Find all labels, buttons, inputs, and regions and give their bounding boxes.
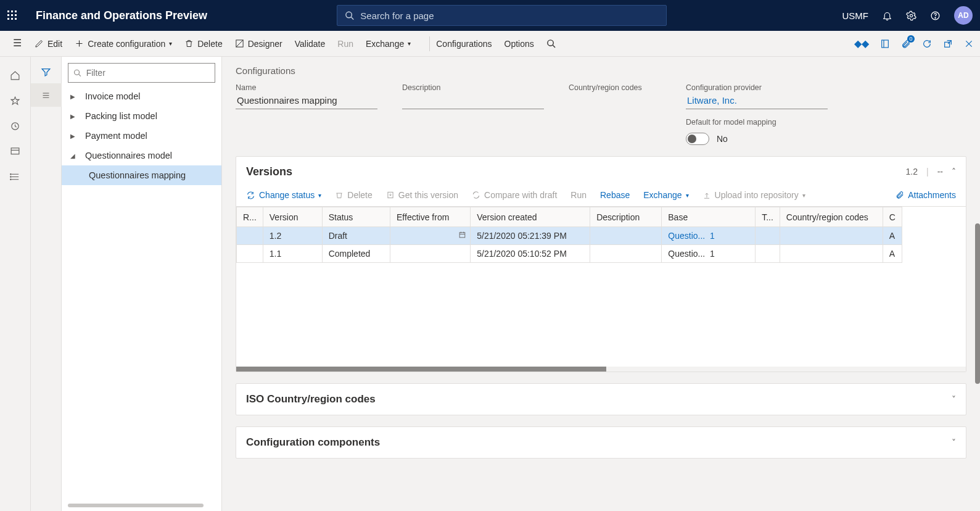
col-status[interactable]: Status xyxy=(322,207,390,227)
name-value[interactable]: Questionnaires mapping xyxy=(236,94,377,109)
grid-hscroll[interactable] xyxy=(236,367,966,372)
left-rail xyxy=(0,57,31,511)
svg-point-24 xyxy=(75,70,80,75)
nav-filter-panel xyxy=(31,57,62,511)
versions-toolbar: Change status ▾ Delete Get this version … xyxy=(236,186,966,206)
create-configuration-button[interactable]: Create configuration ▾ xyxy=(75,39,172,49)
search-input[interactable] xyxy=(360,10,659,21)
tree-item-payment-model[interactable]: ▶ Payment model xyxy=(62,126,221,146)
version-exchange-button[interactable]: Exchange▾ xyxy=(643,190,688,200)
default-mapping-value: No xyxy=(717,134,728,144)
iso-section[interactable]: ISO Country/region codes ˅ xyxy=(236,383,966,415)
svg-rect-5 xyxy=(15,14,17,16)
star-icon[interactable] xyxy=(10,96,20,106)
caret-right-icon: ▶ xyxy=(70,113,79,120)
tree-item-invoice-model[interactable]: ▶ Invoice model xyxy=(62,86,221,106)
funnel-icon[interactable] xyxy=(41,67,51,77)
col-effective[interactable]: Effective from xyxy=(390,207,471,227)
pencil-icon xyxy=(35,39,44,48)
svg-rect-27 xyxy=(459,233,465,238)
field-description: Description xyxy=(402,83,544,145)
content-vscroll[interactable] xyxy=(975,223,980,384)
popout-icon[interactable] xyxy=(943,39,953,49)
search-icon xyxy=(546,39,556,48)
svg-rect-3 xyxy=(7,14,9,16)
home-icon[interactable] xyxy=(10,70,20,81)
delete-button[interactable]: Delete xyxy=(184,39,222,49)
waffle-icon[interactable] xyxy=(7,10,25,20)
list-view-icon[interactable] xyxy=(31,83,62,107)
global-search[interactable] xyxy=(337,5,667,26)
tree-filter[interactable] xyxy=(68,63,215,83)
field-name: Name Questionnaires mapping xyxy=(236,83,377,145)
col-c[interactable]: C xyxy=(883,207,902,227)
close-icon[interactable] xyxy=(964,39,974,49)
action-search-button[interactable] xyxy=(546,39,556,48)
run-button: Run xyxy=(337,39,353,49)
content: Configurations Name Questionnaires mappi… xyxy=(222,57,980,511)
svg-point-21 xyxy=(10,174,11,175)
svg-rect-1 xyxy=(11,10,13,12)
options-nav[interactable]: Options xyxy=(504,39,534,49)
versions-summary: 1.2 xyxy=(906,167,918,177)
tree-hscroll[interactable] xyxy=(68,504,204,507)
chevron-down-icon[interactable]: ˅ xyxy=(952,394,956,404)
table-row[interactable]: 1.2 Draft 5/21/2020 05:21:39 PM Questio.… xyxy=(237,227,902,245)
svg-point-13 xyxy=(935,17,936,18)
compare-icon xyxy=(472,191,480,199)
svg-rect-6 xyxy=(7,18,9,20)
recent-icon[interactable] xyxy=(10,121,20,131)
table-row[interactable]: 1.1 Completed 5/21/2020 05:10:52 PM Ques… xyxy=(237,245,902,263)
menu-toggle-icon[interactable]: ☰ xyxy=(9,37,26,49)
provider-link[interactable]: Litware, Inc. xyxy=(686,94,828,109)
exchange-button[interactable]: Exchange ▾ xyxy=(366,39,411,49)
col-base[interactable]: Base xyxy=(662,207,756,227)
tree-item-packing-list-model[interactable]: ▶ Packing list model xyxy=(62,106,221,126)
avatar[interactable]: AD xyxy=(954,6,973,25)
change-status-button[interactable]: Change status ▾ xyxy=(246,190,321,200)
attachments-button[interactable]: Attachments xyxy=(896,190,956,200)
col-country[interactable]: Country/region codes xyxy=(780,207,883,227)
svg-point-9 xyxy=(346,12,352,18)
company-code[interactable]: USMF xyxy=(842,10,869,21)
office-icon[interactable] xyxy=(880,39,890,49)
svg-rect-8 xyxy=(15,18,17,20)
designer-icon xyxy=(235,39,244,48)
caret-right-icon: ▶ xyxy=(70,93,79,100)
col-created[interactable]: Version created xyxy=(471,207,590,227)
svg-rect-20 xyxy=(11,148,19,154)
modules-icon[interactable] xyxy=(10,172,20,182)
svg-rect-4 xyxy=(11,14,13,16)
tree-item-questionnaires-mapping[interactable]: Questionnaires mapping xyxy=(62,165,221,185)
collapse-icon[interactable]: ˄ xyxy=(952,167,956,177)
gear-icon[interactable] xyxy=(906,10,916,21)
bell-icon[interactable] xyxy=(882,10,892,21)
components-section[interactable]: Configuration components ˅ xyxy=(236,426,966,459)
configurations-nav[interactable]: Configurations xyxy=(436,39,492,49)
col-t[interactable]: T... xyxy=(756,207,780,227)
attachments-icon[interactable] xyxy=(901,39,911,49)
chevron-down-icon: ▾ xyxy=(169,40,172,47)
validate-button[interactable]: Validate xyxy=(295,39,326,49)
col-version[interactable]: Version xyxy=(263,207,322,227)
col-r[interactable]: R... xyxy=(237,207,263,227)
calendar-icon[interactable] xyxy=(458,231,466,239)
tree-item-questionnaires-model[interactable]: ◢ Questionnaires model xyxy=(62,146,221,165)
svg-point-15 xyxy=(548,40,553,46)
designer-button[interactable]: Designer xyxy=(235,39,282,49)
filter-input[interactable] xyxy=(86,68,210,78)
svg-rect-2 xyxy=(15,10,17,12)
rebase-button[interactable]: Rebase xyxy=(600,190,630,200)
versions-card: Versions 1.2 | -- ˄ Change status ▾ Dele… xyxy=(236,156,966,372)
chevron-down-icon[interactable]: ˅ xyxy=(952,438,956,447)
col-description[interactable]: Description xyxy=(590,207,662,227)
personalize-icon[interactable]: ◆◆ xyxy=(854,38,869,49)
default-mapping-toggle[interactable] xyxy=(686,133,709,145)
description-value[interactable] xyxy=(402,94,544,109)
edit-button[interactable]: Edit xyxy=(35,39,62,49)
help-icon[interactable] xyxy=(930,10,941,21)
section-heading: Configurations xyxy=(236,65,966,76)
workspace-icon[interactable] xyxy=(10,146,20,157)
svg-line-25 xyxy=(79,74,81,76)
refresh-icon[interactable] xyxy=(922,39,932,49)
